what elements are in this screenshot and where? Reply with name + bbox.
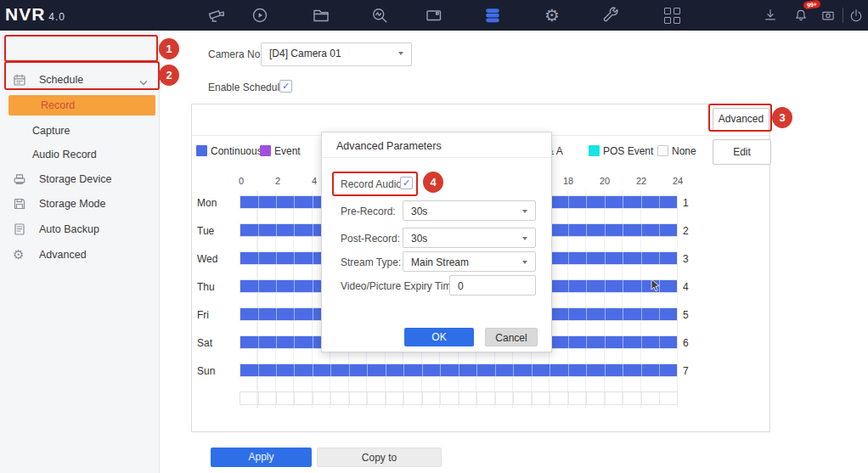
day-label: Sun	[197, 365, 215, 377]
chevron-down-icon	[522, 261, 527, 264]
storage-database-icon[interactable]	[483, 6, 502, 25]
expiry-time-value: 0	[458, 280, 464, 292]
sidebar-item-label: Advanced	[39, 249, 87, 261]
day-label: Sat	[197, 337, 212, 349]
legend-swatch-pos-event	[589, 145, 600, 156]
row-number: 4	[683, 281, 689, 293]
sidebar-item-audio-record[interactable]: Audio Record	[0, 143, 159, 166]
file-management-folder-icon[interactable]	[312, 6, 330, 25]
sidebar-item-schedule[interactable]: Schedule	[0, 68, 159, 92]
row-number: 1	[683, 197, 689, 209]
legend-swatch-none	[657, 145, 668, 156]
record-audio-label: Record Audio:	[341, 178, 404, 190]
stream-type-value: Main Stream	[411, 256, 469, 268]
row-number: 7	[683, 365, 689, 377]
save-disk-icon	[13, 197, 26, 211]
camera-no-label: Camera No.	[208, 48, 263, 60]
callout-3: 3	[772, 107, 792, 128]
sidebar-item-label: Record	[41, 99, 75, 111]
continuous-bar[interactable]	[240, 364, 677, 376]
copy-to-button[interactable]: Copy to	[317, 448, 442, 467]
advanced-button[interactable]: Advanced	[713, 108, 769, 131]
playback-icon[interactable]	[251, 6, 269, 25]
sidebar-item-capture[interactable]: Capture	[0, 119, 159, 143]
schedule-row-empty	[192, 391, 771, 405]
cancel-button[interactable]: Cancel	[485, 328, 538, 346]
apply-button[interactable]: Apply	[211, 448, 312, 467]
callout-4: 4	[423, 172, 443, 193]
callout-2: 2	[159, 65, 179, 86]
hour-tick: 20	[600, 176, 610, 186]
ok-button-label: OK	[431, 331, 446, 343]
storage-device-icon	[13, 172, 26, 186]
camera-select[interactable]: [D4] Camera 01	[261, 42, 412, 66]
apps-grid-icon[interactable]	[664, 7, 683, 25]
sidebar-item-record[interactable]: Record	[8, 95, 155, 115]
chevron-down-icon	[522, 210, 527, 213]
sidebar-item-storage-mode[interactable]: Storage Mode	[0, 192, 159, 216]
row-number: 2	[683, 225, 689, 237]
callout-1: 1	[159, 38, 179, 59]
logo-version: 4.0	[48, 11, 65, 23]
day-label: Mon	[197, 197, 217, 209]
copy-to-button-label: Copy to	[362, 452, 397, 464]
row-number: 5	[683, 309, 689, 321]
pre-record-value: 30s	[411, 206, 427, 217]
sidebar: Schedule Record Capture Audio Record Sto…	[0, 31, 160, 473]
hour-tick: 24	[673, 176, 683, 186]
maintenance-wrench-icon[interactable]	[601, 6, 620, 25]
chevron-down-icon	[522, 237, 527, 240]
live-view-camera-icon[interactable]	[207, 6, 226, 25]
day-label: Wed	[197, 253, 217, 265]
system-settings-gear-icon[interactable]: ⚙	[543, 6, 561, 25]
top-bar: NVR4.0 ⚙ 99+	[0, 0, 868, 31]
dialog-title: Advanced Parameters	[336, 140, 442, 152]
day-label: Fri	[197, 309, 209, 321]
advanced-button-label: Advanced	[719, 113, 764, 125]
document-icon	[13, 222, 26, 236]
pre-record-select[interactable]: 30s	[403, 200, 536, 221]
expiry-time-input[interactable]: 0	[449, 275, 536, 296]
hour-tick: 22	[636, 176, 646, 186]
sidebar-item-label: Storage Device	[39, 173, 111, 185]
ok-button[interactable]: OK	[404, 328, 474, 346]
row-number: 3	[683, 253, 689, 265]
sidebar-item-auto-backup[interactable]: Auto Backup	[0, 217, 159, 241]
sidebar-item-advanced[interactable]: ⚙ Advanced	[0, 243, 159, 267]
sidebar-item-label: Audio Record	[32, 149, 97, 160]
enable-schedule-checkbox[interactable]: ✓	[279, 80, 292, 93]
download-icon[interactable]	[763, 8, 778, 23]
schedule-row-sun: Sun 7	[192, 363, 771, 377]
sidebar-item-storage-device[interactable]: Storage Device	[0, 167, 159, 191]
post-record-select[interactable]: 30s	[403, 228, 536, 248]
hour-tick: 0	[239, 176, 244, 186]
schedule-track[interactable]	[240, 363, 678, 377]
alarm-bell-icon[interactable]	[793, 8, 809, 23]
mouse-cursor	[651, 279, 662, 296]
sidebar-item-label: Schedule	[39, 74, 83, 86]
legend-label-none: None	[672, 145, 696, 157]
app-logo: NVR4.0	[5, 4, 65, 25]
calendar-icon	[13, 73, 26, 87]
schedule-track[interactable]	[240, 391, 678, 405]
edit-button[interactable]: Edit	[713, 139, 771, 165]
recorder-device-icon[interactable]	[820, 8, 836, 23]
sidebar-item-label: Capture	[32, 125, 70, 137]
hour-tick: 4	[312, 176, 317, 186]
power-icon[interactable]	[848, 8, 864, 23]
video-display-icon[interactable]	[425, 6, 443, 25]
legend-label-continuous: Continuous	[211, 145, 262, 157]
pre-record-label: Pre-Record:	[341, 206, 396, 217]
logo-text: NVR	[5, 4, 45, 24]
row-number: 6	[683, 337, 689, 349]
day-label: Thu	[197, 281, 215, 293]
legend-label-event: Event	[274, 145, 301, 157]
gear-icon: ⚙	[13, 248, 26, 262]
post-record-label: Post-Record:	[341, 233, 400, 245]
post-record-value: 30s	[411, 233, 427, 245]
apply-button-label: Apply	[248, 451, 273, 463]
smart-analysis-search-icon[interactable]	[370, 6, 389, 25]
record-audio-checkbox[interactable]: ✓	[400, 177, 413, 189]
sidebar-item-label: Auto Backup	[39, 223, 99, 235]
stream-type-select[interactable]: Main Stream	[403, 251, 536, 272]
